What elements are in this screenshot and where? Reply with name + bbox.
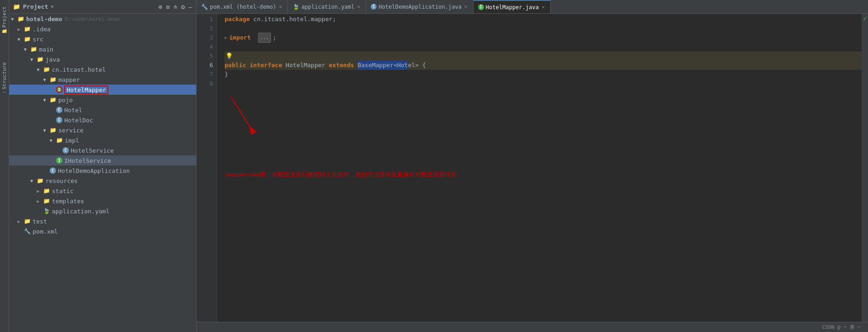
tree-item-pojo[interactable]: ▼ 📁 pojo <box>9 95 196 105</box>
chevron-down-icon: ▼ <box>11 17 17 22</box>
java-label: java <box>45 56 60 63</box>
interface-badge-ihotelservice: I <box>56 157 62 164</box>
idea-label: .idea <box>33 26 51 33</box>
folder-icon-small: 📁 <box>2 29 7 34</box>
tree-item-mapper[interactable]: ▼ 📁 mapper <box>9 74 196 85</box>
line-num-3: 3 <box>197 33 217 42</box>
project-panel: 📁 Project ▼ ⊕ ≡ ≐ ⚙ — ▼ 📁 hotel-demo D:\… <box>9 0 197 332</box>
xml-icon-pom: 🔧 <box>24 228 31 235</box>
status-text: CSDN @ ~ 勇 ~ <box>822 324 861 331</box>
tree-item-appyaml[interactable]: 🍃 application.yaml <box>9 206 196 216</box>
chevron-down-icon-java: ▼ <box>30 57 37 62</box>
tree-item-hotelservice[interactable]: C HotelService <box>9 145 196 155</box>
tree-item-test[interactable]: ▶ 📁 test <box>9 216 196 226</box>
tab-mapper[interactable]: I HotelMapper.java ✕ <box>473 0 551 13</box>
tab-mapper-label: HotelMapper.java <box>486 4 539 11</box>
chevron-right-icon: ▶ <box>17 27 24 32</box>
folder-icon-templates: 📁 <box>43 198 50 204</box>
tab-pom-close[interactable]: ✕ <box>278 4 283 10</box>
check-mark-icon: ✓ <box>863 15 867 22</box>
tree-item-impl[interactable]: ▼ 📁 impl <box>9 135 196 145</box>
tab-app-close[interactable]: ✕ <box>463 4 468 10</box>
app-label: HotelDemoApplication <box>58 167 130 174</box>
tree-item-ihotelservice[interactable]: I IHotelService <box>9 155 196 166</box>
code-line-3: ▶ import ...; <box>225 33 862 42</box>
tree-item-idea[interactable]: ▶ 📁 .idea <box>9 24 196 34</box>
svg-line-1 <box>231 97 254 133</box>
dropdown-icon[interactable]: ▼ <box>51 4 54 9</box>
minimize-icon[interactable]: — <box>189 3 192 11</box>
annotation-container: mapper=dao层：对数据库进行数据持久化操作，他的方法语句是直接针对数据库… <box>226 161 457 179</box>
chevron-down-icon-resources: ▼ <box>30 178 37 183</box>
code-editor[interactable]: package cn.itcast.hotel.mapper; ▶ import… <box>217 14 862 322</box>
tree-item-src[interactable]: ▼ 📁 src <box>9 34 196 44</box>
package-label: cn.itcast.hotel <box>52 66 106 73</box>
interface-tab-icon: I <box>478 4 484 10</box>
hotel-label: Hotel <box>64 107 82 114</box>
tree-item-hoteldemoapplication[interactable]: C HotelDemoApplication <box>9 166 196 176</box>
tree-item-hotelmapper[interactable]: I HotelMapper <box>9 85 196 95</box>
tree-item-hoteldoc[interactable]: C HotelDoc <box>9 115 196 125</box>
tab-yaml[interactable]: 🍃 application.yaml ✕ <box>288 0 366 13</box>
panel-header: 📁 Project ▼ ⊕ ≡ ≐ ⚙ — <box>9 0 196 14</box>
tab-yaml-label: application.yaml <box>301 4 355 10</box>
settings-icon[interactable]: ⚙ <box>181 3 185 11</box>
tree-item-service[interactable]: ▼ 📁 service <box>9 125 196 135</box>
pojo-label: pojo <box>58 97 73 103</box>
tab-app[interactable]: C HotelDemoApplication.java ✕ <box>366 0 473 13</box>
collapse-all-icon[interactable]: ≐ <box>174 3 177 11</box>
class-badge-app: C <box>50 167 56 174</box>
add-icon[interactable]: ⊕ <box>158 3 162 11</box>
root-label: hotel-demo <box>26 16 62 23</box>
tree-item-main[interactable]: ▼ 📁 main <box>9 44 196 54</box>
file-tree: ▼ 📁 hotel-demo D:\code\hotel-demo ▶ 📁 .i… <box>9 14 196 332</box>
tree-item-static[interactable]: ▶ 📁 static <box>9 186 196 196</box>
code-line-4 <box>225 42 862 52</box>
test-label: test <box>33 218 47 225</box>
code-line-2 <box>225 24 862 33</box>
code-line-1: package cn.itcast.hotel.mapper; <box>225 15 862 24</box>
panel-title: Project <box>23 3 48 10</box>
chevron-down-icon-mapper: ▼ <box>43 77 50 82</box>
editor-area: 🔧 pom.xml (hotel-demo) ✕ 🍃 application.y… <box>197 0 868 332</box>
class-badge-hotelservice: C <box>62 147 69 154</box>
tree-item-root[interactable]: ▼ 📁 hotel-demo D:\code\hotel-demo <box>9 14 196 24</box>
tree-item-templates[interactable]: ▶ 📁 templates <box>9 196 196 206</box>
class-badge-hotel: C <box>56 107 62 113</box>
folder-icon-service: 📁 <box>50 127 56 133</box>
ihotelservice-label: IHotelService <box>64 157 111 164</box>
appyaml-label: application.yaml <box>52 208 109 215</box>
editor-body: 1 2 3 4 5 6 7 8 package cn.itcast.hotel.… <box>197 14 868 322</box>
chevron-down-icon-pkg: ▼ <box>37 67 43 72</box>
structure-vertical-tab[interactable]: ⫶ Structure <box>0 57 9 98</box>
tree-item-java[interactable]: ▼ 📁 java <box>9 54 196 64</box>
scroll-from-source-icon[interactable]: ≡ <box>166 3 169 11</box>
tab-yaml-close[interactable]: ✕ <box>356 4 361 10</box>
line-num-8: 8 <box>197 79 217 88</box>
tree-item-pomxml[interactable]: 🔧 pom.xml <box>9 226 196 236</box>
panel-toolbar: ⊕ ≡ ≐ ⚙ — <box>158 3 192 11</box>
chevron-right-icon-templates: ▶ <box>37 199 43 204</box>
folder-icon: 📁 <box>13 3 20 10</box>
project-folder-icon: 📁 <box>17 16 24 22</box>
tree-item-resources[interactable]: ▼ 📁 resources <box>9 176 196 186</box>
folder-icon-main: 📁 <box>30 46 37 52</box>
structure-tab-label: ⫶ Structure <box>1 62 7 93</box>
folder-icon-java: 📁 <box>37 56 44 63</box>
tree-item-hotel[interactable]: C Hotel <box>9 105 196 115</box>
tab-bar: 🔧 pom.xml (hotel-demo) ✕ 🍃 application.y… <box>197 0 868 14</box>
project-vertical-tab[interactable]: 📁 Project <box>0 2 9 39</box>
class-tab-icon: C <box>371 4 377 10</box>
interface-badge-hotelmapper: I <box>56 86 62 93</box>
tab-pom[interactable]: 🔧 pom.xml (hotel-demo) ✕ <box>197 0 288 13</box>
fold-icon-import[interactable]: ▶ <box>225 33 227 42</box>
impl-label: impl <box>65 137 79 144</box>
chevron-right-icon-test: ▶ <box>17 219 24 224</box>
tree-item-package[interactable]: ▼ 📁 cn.itcast.hotel <box>9 64 196 74</box>
bulb-icon[interactable]: 💡 <box>225 52 233 61</box>
line-num-5: 5 <box>197 52 217 61</box>
folder-icon-mapper: 📁 <box>50 76 56 83</box>
tab-mapper-close[interactable]: ✕ <box>541 4 546 10</box>
folder-icon-idea: 📁 <box>24 26 31 32</box>
hotelservice-label: HotelService <box>71 147 114 154</box>
